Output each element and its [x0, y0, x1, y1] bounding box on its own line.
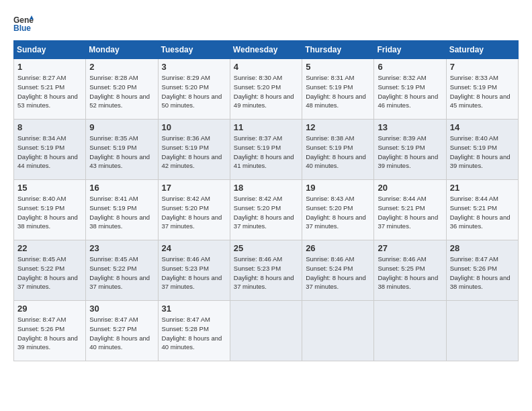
day-number: 13	[378, 122, 442, 132]
weekday-header-wednesday: Wednesday	[230, 41, 302, 59]
day-number: 20	[378, 183, 442, 193]
weekday-header-tuesday: Tuesday	[158, 41, 230, 59]
day-number: 10	[162, 122, 226, 132]
cell-content: Sunrise: 8:31 AMSunset: 5:19 PMDaylight:…	[306, 74, 366, 109]
weekday-header-thursday: Thursday	[302, 41, 374, 59]
cell-content: Sunrise: 8:44 AMSunset: 5:21 PMDaylight:…	[378, 195, 438, 230]
calendar-cell: 2 Sunrise: 8:28 AMSunset: 5:20 PMDayligh…	[86, 59, 158, 120]
weekday-header-sunday: Sunday	[14, 41, 86, 59]
calendar-cell: 4 Sunrise: 8:30 AMSunset: 5:20 PMDayligh…	[230, 59, 302, 120]
logo: General Blue	[13, 13, 36, 34]
day-number: 21	[450, 183, 515, 193]
day-number: 26	[306, 243, 370, 253]
calendar-cell: 26 Sunrise: 8:46 AMSunset: 5:24 PMDaylig…	[302, 240, 374, 301]
day-number: 4	[234, 62, 298, 72]
day-number: 1	[17, 62, 82, 72]
cell-content: Sunrise: 8:44 AMSunset: 5:21 PMDaylight:…	[450, 195, 511, 230]
day-number: 15	[17, 183, 82, 193]
day-number: 18	[234, 183, 298, 193]
day-number: 29	[17, 304, 82, 314]
calendar-cell: 28 Sunrise: 8:47 AMSunset: 5:26 PMDaylig…	[446, 240, 518, 301]
day-number: 30	[89, 304, 154, 314]
calendar-cell: 22 Sunrise: 8:45 AMSunset: 5:22 PMDaylig…	[14, 240, 86, 301]
day-number: 11	[234, 122, 298, 132]
day-number: 19	[306, 183, 370, 193]
weekday-header-monday: Monday	[86, 41, 158, 59]
day-number: 9	[89, 122, 154, 132]
cell-content: Sunrise: 8:30 AMSunset: 5:20 PMDaylight:…	[234, 74, 294, 109]
calendar-cell: 8 Sunrise: 8:34 AMSunset: 5:19 PMDayligh…	[14, 120, 86, 180]
calendar-cell: 27 Sunrise: 8:46 AMSunset: 5:25 PMDaylig…	[374, 240, 446, 301]
calendar-cell: 21 Sunrise: 8:44 AMSunset: 5:21 PMDaylig…	[446, 180, 518, 240]
day-number: 2	[89, 62, 154, 72]
cell-content: Sunrise: 8:29 AMSunset: 5:20 PMDaylight:…	[162, 74, 222, 109]
cell-content: Sunrise: 8:47 AMSunset: 5:27 PMDaylight:…	[89, 316, 150, 351]
calendar-cell: 29 Sunrise: 8:47 AMSunset: 5:26 PMDaylig…	[14, 301, 86, 361]
day-number: 5	[306, 62, 370, 72]
calendar-cell	[230, 301, 302, 361]
cell-content: Sunrise: 8:47 AMSunset: 5:26 PMDaylight:…	[17, 316, 78, 351]
cell-content: Sunrise: 8:37 AMSunset: 5:19 PMDaylight:…	[234, 134, 294, 169]
calendar-cell: 14 Sunrise: 8:40 AMSunset: 5:19 PMDaylig…	[446, 120, 518, 180]
calendar-cell: 15 Sunrise: 8:40 AMSunset: 5:19 PMDaylig…	[14, 180, 86, 240]
calendar-cell	[446, 301, 518, 361]
cell-content: Sunrise: 8:46 AMSunset: 5:24 PMDaylight:…	[306, 255, 366, 290]
cell-content: Sunrise: 8:34 AMSunset: 5:19 PMDaylight:…	[17, 134, 78, 169]
day-number: 8	[17, 122, 82, 132]
calendar-cell: 11 Sunrise: 8:37 AMSunset: 5:19 PMDaylig…	[230, 120, 302, 180]
logo-icon: General Blue	[13, 13, 34, 34]
cell-content: Sunrise: 8:46 AMSunset: 5:25 PMDaylight:…	[378, 255, 438, 290]
cell-content: Sunrise: 8:33 AMSunset: 5:19 PMDaylight:…	[450, 74, 511, 109]
calendar-cell: 25 Sunrise: 8:46 AMSunset: 5:23 PMDaylig…	[230, 240, 302, 301]
cell-content: Sunrise: 8:41 AMSunset: 5:19 PMDaylight:…	[89, 195, 150, 230]
calendar-table: SundayMondayTuesdayWednesdayThursdayFrid…	[13, 40, 519, 361]
cell-content: Sunrise: 8:40 AMSunset: 5:19 PMDaylight:…	[17, 195, 78, 230]
day-number: 22	[17, 243, 82, 253]
day-number: 14	[450, 122, 515, 132]
day-number: 31	[162, 304, 226, 314]
weekday-header-friday: Friday	[374, 41, 446, 59]
cell-content: Sunrise: 8:39 AMSunset: 5:19 PMDaylight:…	[378, 134, 438, 169]
cell-content: Sunrise: 8:47 AMSunset: 5:28 PMDaylight:…	[162, 316, 222, 351]
cell-content: Sunrise: 8:32 AMSunset: 5:19 PMDaylight:…	[378, 74, 438, 109]
cell-content: Sunrise: 8:38 AMSunset: 5:19 PMDaylight:…	[306, 134, 366, 169]
calendar-cell: 18 Sunrise: 8:42 AMSunset: 5:20 PMDaylig…	[230, 180, 302, 240]
calendar-cell: 7 Sunrise: 8:33 AMSunset: 5:19 PMDayligh…	[446, 59, 518, 120]
day-number: 25	[234, 243, 298, 253]
day-number: 6	[378, 62, 442, 72]
cell-content: Sunrise: 8:42 AMSunset: 5:20 PMDaylight:…	[234, 195, 294, 230]
calendar-cell: 20 Sunrise: 8:44 AMSunset: 5:21 PMDaylig…	[374, 180, 446, 240]
cell-content: Sunrise: 8:42 AMSunset: 5:20 PMDaylight:…	[162, 195, 222, 230]
calendar-cell: 13 Sunrise: 8:39 AMSunset: 5:19 PMDaylig…	[374, 120, 446, 180]
day-number: 3	[162, 62, 226, 72]
svg-text:Blue: Blue	[13, 24, 31, 33]
calendar-cell: 17 Sunrise: 8:42 AMSunset: 5:20 PMDaylig…	[158, 180, 230, 240]
calendar-cell: 5 Sunrise: 8:31 AMSunset: 5:19 PMDayligh…	[302, 59, 374, 120]
calendar-cell: 9 Sunrise: 8:35 AMSunset: 5:19 PMDayligh…	[86, 120, 158, 180]
calendar-cell: 3 Sunrise: 8:29 AMSunset: 5:20 PMDayligh…	[158, 59, 230, 120]
calendar-cell: 16 Sunrise: 8:41 AMSunset: 5:19 PMDaylig…	[86, 180, 158, 240]
cell-content: Sunrise: 8:28 AMSunset: 5:20 PMDaylight:…	[89, 74, 150, 109]
calendar-cell: 10 Sunrise: 8:36 AMSunset: 5:19 PMDaylig…	[158, 120, 230, 180]
calendar-cell: 31 Sunrise: 8:47 AMSunset: 5:28 PMDaylig…	[158, 301, 230, 361]
day-number: 27	[378, 243, 442, 253]
page-header: General Blue	[13, 13, 519, 34]
calendar-cell: 24 Sunrise: 8:46 AMSunset: 5:23 PMDaylig…	[158, 240, 230, 301]
cell-content: Sunrise: 8:46 AMSunset: 5:23 PMDaylight:…	[162, 255, 222, 290]
day-number: 17	[162, 183, 226, 193]
cell-content: Sunrise: 8:43 AMSunset: 5:20 PMDaylight:…	[306, 195, 366, 230]
day-number: 23	[89, 243, 154, 253]
cell-content: Sunrise: 8:35 AMSunset: 5:19 PMDaylight:…	[89, 134, 150, 169]
cell-content: Sunrise: 8:45 AMSunset: 5:22 PMDaylight:…	[89, 255, 150, 290]
calendar-cell: 23 Sunrise: 8:45 AMSunset: 5:22 PMDaylig…	[86, 240, 158, 301]
calendar-cell	[374, 301, 446, 361]
cell-content: Sunrise: 8:27 AMSunset: 5:21 PMDaylight:…	[17, 74, 78, 109]
cell-content: Sunrise: 8:46 AMSunset: 5:23 PMDaylight:…	[234, 255, 294, 290]
calendar-cell: 1 Sunrise: 8:27 AMSunset: 5:21 PMDayligh…	[14, 59, 86, 120]
cell-content: Sunrise: 8:40 AMSunset: 5:19 PMDaylight:…	[450, 134, 511, 169]
calendar-cell: 30 Sunrise: 8:47 AMSunset: 5:27 PMDaylig…	[86, 301, 158, 361]
cell-content: Sunrise: 8:36 AMSunset: 5:19 PMDaylight:…	[162, 134, 222, 169]
day-number: 24	[162, 243, 226, 253]
calendar-cell: 12 Sunrise: 8:38 AMSunset: 5:19 PMDaylig…	[302, 120, 374, 180]
cell-content: Sunrise: 8:45 AMSunset: 5:22 PMDaylight:…	[17, 255, 78, 290]
